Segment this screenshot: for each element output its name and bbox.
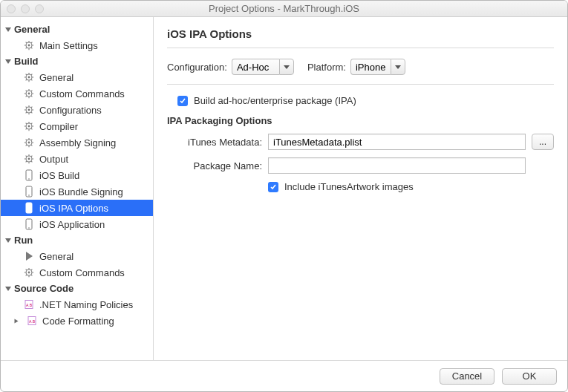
sidebar-section-run[interactable]: Run	[1, 232, 153, 248]
itunes-metadata-input[interactable]	[268, 134, 526, 150]
sidebar-section-build[interactable]: Build	[1, 53, 153, 69]
project-options-window: Project Options - MarkThrough.iOS Genera…	[0, 0, 568, 392]
sidebar-item-output[interactable]: Output	[1, 151, 153, 167]
sidebar-item-general[interactable]: General	[1, 248, 153, 264]
itunes-metadata-label: iTunes Metadata:	[167, 137, 262, 148]
configuration-label: Configuration:	[167, 62, 227, 73]
svg-line-68	[26, 161, 27, 162]
sidebar-item-custom-commands[interactable]: Custom Commands	[1, 264, 153, 281]
svg-line-58	[26, 145, 27, 146]
svg-line-8	[26, 48, 27, 48]
svg-line-87	[31, 270, 32, 270]
disclosure-triangle-icon	[5, 287, 11, 291]
svg-text:A.B: A.B	[26, 303, 33, 307]
chevron-down-icon[interactable]	[279, 59, 294, 75]
svg-line-17	[31, 79, 32, 80]
cancel-button[interactable]: Cancel	[440, 368, 494, 385]
sidebar-item-ios-application[interactable]: iOS Application	[1, 216, 153, 232]
sidebar-item-ios-ipa-options[interactable]: iOS IPA Options	[1, 200, 153, 216]
include-artwork-checkbox[interactable]: Include iTunesArtwork images	[268, 181, 554, 192]
package-name-input[interactable]	[268, 157, 526, 174]
platform-select[interactable]	[350, 59, 405, 75]
dialog-body: GeneralMain SettingsBuildGeneralCustom C…	[1, 17, 567, 360]
titlebar: Project Options - MarkThrough.iOS	[1, 1, 567, 17]
sidebar-item-label: iOS Build	[39, 170, 79, 181]
gear-icon	[23, 39, 35, 51]
disclosure-triangle-icon	[5, 238, 11, 243]
platform-value[interactable]	[350, 59, 391, 75]
svg-line-37	[31, 112, 32, 113]
configuration-value[interactable]	[232, 59, 279, 75]
sidebar-item-label: Code Formatting	[42, 316, 114, 327]
svg-line-66	[26, 156, 27, 157]
svg-line-27	[31, 96, 32, 97]
itunes-metadata-row: iTunes Metadata: ...	[167, 134, 554, 150]
sidebar-item-label: iOS IPA Options	[39, 203, 108, 214]
svg-point-1	[28, 45, 30, 47]
svg-line-84	[26, 270, 27, 270]
content-pane: iOS IPA Options Configuration: Platform:	[154, 17, 567, 360]
sidebar-item-configurations[interactable]: Configurations	[1, 102, 153, 118]
sidebar-item-label: Custom Commands	[39, 267, 125, 278]
checkbox-checked-icon	[268, 182, 278, 192]
configuration-select[interactable]	[232, 59, 294, 75]
svg-line-59	[31, 140, 32, 140]
sidebar-item-code-formatting[interactable]: A.BCode Formatting	[1, 313, 153, 329]
sidebar-item-label: General	[39, 251, 74, 262]
sidebar-item-ios-build[interactable]: iOS Build	[1, 167, 153, 183]
svg-line-48	[26, 128, 27, 129]
browse-button[interactable]: ...	[532, 134, 554, 150]
disclosure-triangle-icon	[15, 318, 19, 323]
svg-point-73	[28, 195, 30, 196]
divider	[167, 48, 554, 48]
svg-line-16	[26, 74, 27, 75]
dialog-footer: Cancel OK	[1, 360, 567, 391]
disclosure-triangle-icon	[5, 27, 11, 32]
doc-icon: A.B	[26, 315, 38, 327]
phone-icon	[23, 169, 35, 181]
svg-line-36	[26, 107, 27, 108]
svg-line-18	[26, 79, 27, 80]
build-ipa-label: Build ad-hoc/enterprise package (IPA)	[194, 95, 356, 106]
svg-line-49	[31, 123, 32, 124]
svg-point-41	[28, 125, 30, 128]
sidebar-item-label: Assembly Signing	[39, 137, 116, 148]
gear-icon	[23, 137, 35, 148]
sidebar-item-label: .NET Naming Policies	[39, 299, 133, 310]
svg-line-57	[31, 145, 32, 146]
svg-line-56	[26, 140, 27, 140]
sidebar-item-custom-commands[interactable]: Custom Commands	[1, 85, 153, 102]
include-artwork-label: Include iTunesArtwork images	[284, 181, 414, 192]
svg-point-77	[28, 227, 30, 229]
svg-point-51	[28, 142, 30, 144]
phone-icon	[23, 186, 35, 197]
gear-icon	[23, 153, 35, 165]
sidebar-item--net-naming-policies[interactable]: A.B.NET Naming Policies	[1, 296, 153, 313]
sidebar-item-main-settings[interactable]: Main Settings	[1, 37, 153, 53]
ok-button[interactable]: OK	[502, 368, 557, 385]
play-icon	[23, 250, 35, 262]
svg-point-61	[28, 158, 30, 160]
svg-point-11	[28, 76, 30, 79]
divider	[167, 84, 554, 85]
svg-line-46	[26, 123, 27, 124]
sidebar-item-ios-bundle-signing[interactable]: iOS Bundle Signing	[1, 183, 153, 200]
svg-point-75	[28, 211, 30, 212]
sidebar-item-general[interactable]: General	[1, 69, 153, 85]
sidebar-section-source-code[interactable]: Source Code	[1, 281, 153, 296]
svg-line-38	[26, 112, 27, 113]
sidebar-item-compiler[interactable]: Compiler	[1, 118, 153, 134]
page-heading: iOS IPA Options	[167, 27, 554, 40]
section-label: Build	[14, 56, 39, 67]
gear-icon	[23, 104, 35, 116]
svg-text:A.B: A.B	[29, 319, 36, 324]
disclosure-triangle-icon	[5, 59, 11, 64]
svg-line-69	[31, 156, 32, 157]
config-row: Configuration: Platform:	[167, 59, 554, 75]
sidebar-item-assembly-signing[interactable]: Assembly Signing	[1, 134, 153, 151]
svg-line-19	[31, 74, 32, 75]
chevron-down-icon[interactable]	[391, 59, 405, 75]
build-ipa-checkbox[interactable]: Build ad-hoc/enterprise package (IPA)	[177, 95, 554, 106]
gear-icon	[23, 88, 35, 99]
sidebar-section-general[interactable]: General	[1, 22, 153, 37]
